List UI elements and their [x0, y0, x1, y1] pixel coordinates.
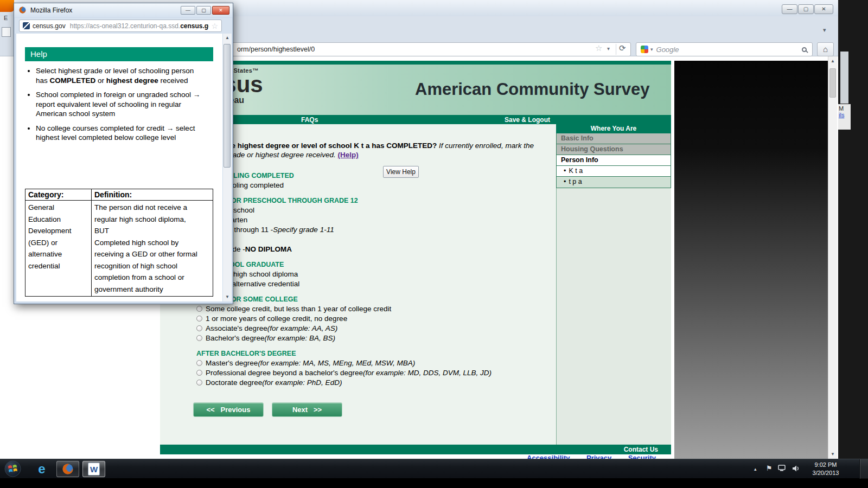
help-definition-table: Category: Definition: General Education …	[25, 189, 213, 297]
help-popup-window: Mozilla Firefox — ▢ ✕ census.gov https:/…	[14, 3, 233, 304]
popup-bookmark-star-icon[interactable]: ☆	[211, 22, 218, 30]
scroll-down-icon[interactable]: ▼	[828, 450, 837, 459]
address-bar-url[interactable]: orm/person/highestlevel/0	[237, 46, 315, 53]
home-button[interactable]: ⌂	[817, 42, 834, 56]
clock-time: 9:02 PM	[804, 461, 847, 469]
option-1plus-years[interactable]: 1 or more years of college credit, no de…	[196, 313, 557, 323]
nav-save-logout[interactable]: Save & Logout	[505, 116, 550, 124]
popup-scrollbar-thumb[interactable]	[224, 44, 231, 168]
toolbar-overflow-chevron-icon[interactable]: ▾	[823, 27, 826, 34]
show-desktop-button[interactable]	[859, 459, 868, 479]
section-heading-college: COLLEGE OR SOME COLLEGE	[196, 295, 557, 304]
option-no-schooling[interactable]: No schooling completed	[196, 180, 557, 190]
option-masters[interactable]: Master's degree (for example: MA, MS, ME…	[196, 358, 557, 368]
menu-fragment: E	[4, 15, 8, 21]
next-button[interactable]: Next >>	[272, 402, 342, 417]
close-button[interactable]: ✕	[814, 4, 833, 14]
search-icon[interactable]	[802, 47, 807, 52]
taskbar-firefox-button[interactable]	[56, 461, 79, 477]
search-engine-dropdown-icon[interactable]: ▾	[650, 47, 653, 52]
acs-banner: United States™ Census Bureau American Co…	[160, 65, 671, 115]
option-12th-no-diploma[interactable]: 12th grade - NO DIPLOMA	[196, 244, 557, 254]
page-top-strip	[160, 61, 671, 65]
minimize-button[interactable]: —	[782, 4, 797, 14]
tray-network-icon[interactable]	[778, 465, 787, 472]
contact-us-link[interactable]: Contact Us	[624, 446, 658, 453]
taskbar-word-button[interactable]: W	[82, 461, 105, 477]
fragment-link[interactable]: ils	[839, 112, 850, 118]
radio-icon[interactable]	[196, 316, 202, 322]
taskbar: e W ▴ ⚑ 9:02 PM 3/20/2013	[0, 459, 868, 478]
accessibility-link[interactable]: Accessibility	[527, 454, 570, 459]
radio-icon[interactable]	[196, 370, 202, 376]
help-link[interactable]: (Help)	[337, 151, 358, 159]
option-some-college-lt1[interactable]: Some college credit, but less than 1 yea…	[196, 304, 557, 313]
option-professional[interactable]: Professional degree beyond a bachelor's …	[196, 368, 557, 377]
bookmark-star-icon[interactable]: ☆	[595, 43, 602, 53]
popup-close-button[interactable]: ✕	[212, 6, 229, 15]
popup-title-bar[interactable]: Mozilla Firefox — ▢ ✕	[14, 3, 233, 17]
sidebar-item-person-tpa[interactable]: •t p a	[557, 177, 671, 188]
table-cell-definition: The person did not receive a regular hig…	[92, 201, 213, 297]
option-bachelors[interactable]: Bachelor's degree (for example: BA, BS)	[196, 333, 557, 343]
radio-icon[interactable]	[196, 335, 202, 341]
sidebar-item-basic-info: Basic Info	[557, 133, 671, 144]
start-button[interactable]	[4, 460, 21, 477]
url-dropdown-icon[interactable]: ▾	[607, 46, 610, 52]
security-link[interactable]: Security	[628, 454, 656, 459]
popup-url-row: census.gov https://acs-oneal312.centurio…	[15, 18, 232, 34]
radio-icon[interactable]	[196, 325, 202, 331]
site-identity-label[interactable]: census.gov	[33, 22, 66, 30]
bullet-icon: •	[564, 178, 566, 185]
option-doctorate[interactable]: Doctorate degree (for example: PhD, EdD)	[196, 377, 557, 387]
sidebar-item-person-kta[interactable]: •K t a	[557, 166, 671, 177]
table-row: General Education Development (GED) or a…	[25, 201, 213, 297]
reload-icon[interactable]: ⟳	[619, 43, 626, 53]
search-engine-label[interactable]: Google	[656, 46, 802, 54]
bullet-icon: •	[564, 167, 566, 175]
word-icon: W	[88, 463, 100, 476]
scroll-up-icon[interactable]: ▲	[828, 56, 837, 66]
popup-address-bar[interactable]: census.gov https://acs-oneal312.centurio…	[19, 20, 222, 32]
option-associates[interactable]: Associate's degree (for example: AA, AS)	[196, 323, 557, 333]
radio-icon[interactable]	[196, 306, 202, 312]
popup-scrollbar[interactable]: ▲ ▼	[223, 34, 232, 301]
page-nav-bar: Instructions FAQs Save & Logout	[160, 115, 671, 124]
tray-action-center-icon[interactable]: ⚑	[766, 464, 773, 472]
search-box[interactable]: ▾ Google	[636, 42, 813, 56]
main-scrollbar[interactable]: ▲ ▼	[828, 56, 837, 459]
popup-scroll-up-icon[interactable]: ▲	[223, 34, 232, 42]
option-nursery[interactable]: Nursery school	[196, 205, 557, 215]
previous-button[interactable]: << Previous	[193, 402, 264, 417]
scrollbar-thumb[interactable]	[829, 68, 836, 98]
privacy-link[interactable]: Privacy	[586, 454, 611, 459]
firefox-menu-button-fragment[interactable]	[0, 0, 14, 12]
option-ged[interactable]: GED or alternative credential	[196, 279, 557, 288]
help-header: Help	[25, 47, 213, 61]
background-window-fragment	[840, 52, 848, 104]
background-window-text-fragment: M ils	[838, 104, 851, 130]
radio-icon[interactable]	[196, 380, 202, 386]
tray-volume-icon[interactable]	[792, 465, 800, 472]
maximize-button[interactable]: ▢	[798, 4, 814, 14]
option-regular-diploma[interactable]: Regular high school diploma	[196, 269, 557, 279]
popup-minimize-button[interactable]: —	[181, 6, 195, 15]
option-kindergarten[interactable]: Kindergarten	[196, 215, 557, 224]
table-header-definition: Definition:	[92, 189, 213, 201]
taskbar-ie-button[interactable]: e	[30, 461, 53, 477]
sidebar-item-person-info: Person Info	[557, 155, 671, 166]
popup-url-text[interactable]: https://acs-oneal312.centurion-qa.ssd.ce…	[70, 22, 209, 30]
option-grade-1-11[interactable]: Grade 1 through 11 - Specify grade 1-11	[196, 224, 557, 234]
sidebar-items: Basic Info Housing Questions Person Info…	[556, 133, 671, 188]
tray-show-hidden-icon[interactable]: ▴	[754, 466, 757, 472]
bottom-black-strip	[0, 478, 868, 488]
google-logo-icon[interactable]	[641, 46, 648, 53]
clock-date: 3/20/2013	[804, 469, 847, 477]
popup-maximize-button[interactable]: ▢	[196, 6, 211, 15]
sidebar-title: Where You Are	[556, 124, 671, 133]
radio-icon[interactable]	[196, 360, 202, 366]
nav-faqs[interactable]: FAQs	[301, 116, 318, 124]
table-cell-category: General Education Development (GED) or a…	[25, 201, 92, 297]
popup-scroll-down-icon[interactable]: ▼	[223, 293, 232, 301]
taskbar-clock[interactable]: 9:02 PM 3/20/2013	[804, 461, 847, 477]
